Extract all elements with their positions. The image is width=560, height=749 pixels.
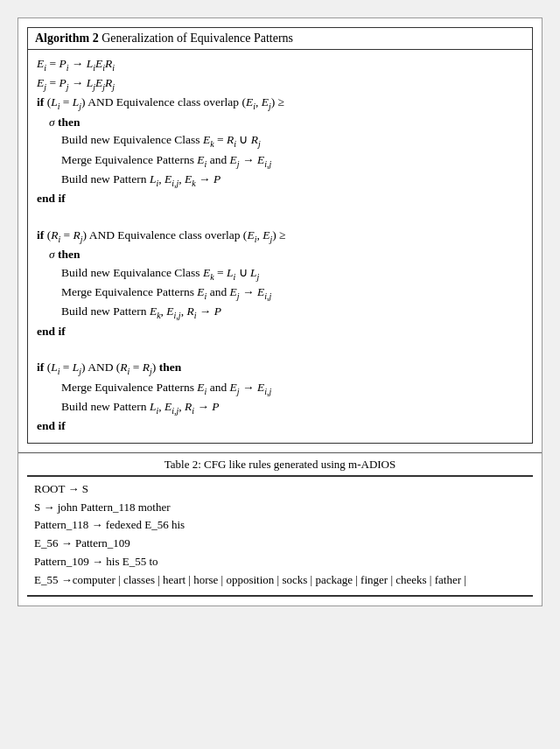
algorithm-box: Algorithm 2 Generalization of Equivalenc…: [27, 27, 533, 444]
alg-line-6: Merge Equivalence Patterns Ei and Ej → E…: [37, 151, 523, 171]
alg-line-14: end if: [37, 323, 523, 341]
cfg-body: ROOT → S S → john Pattern_118 mother Pat…: [27, 477, 533, 595]
cfg-row-1: ROOT → S: [34, 480, 526, 499]
alg-line-11: Build new Equivalance Class Ek = Li ∪ Lj: [37, 264, 523, 284]
alg-line-9: if (Ri = Rj) AND Equivalence class overl…: [37, 227, 523, 246]
alg-line-sep1: [37, 208, 523, 227]
algorithm-body: Ei = Pi → LiEiRi Ej = Pj → LjEjRj if (Li…: [28, 50, 532, 443]
cfg-row-4: E_56 → Pattern_109: [34, 535, 526, 553]
algorithm-header: Algorithm 2 Generalization of Equivalenc…: [28, 28, 532, 50]
algorithm-label: Algorithm 2: [35, 32, 99, 45]
cfg-row-6: E_55 →computer | classes | heart | horse…: [34, 571, 526, 590]
alg-line-18: end if: [37, 417, 523, 436]
alg-line-10: σ then: [37, 246, 523, 264]
alg-line-15: if (Li = Lj) AND (Ri = Rj) then: [37, 359, 523, 378]
alg-line-sep2: [37, 340, 523, 359]
alg-line-7: Build new Pattern Li, Ei,j, Ek → P: [37, 171, 523, 190]
alg-line-16: Merge Equivalence Patterns Ei and Ej → E…: [37, 379, 523, 398]
alg-line-5: Build new Equivalence Class Ek = Ri ∪ Rj: [37, 131, 523, 150]
alg-line-2: Ej = Pj → LjEjRj: [37, 74, 523, 94]
alg-line-1: Ei = Pi → LiEiRi: [37, 55, 523, 74]
alg-line-17: Build new Pattern Li, Ei,j, Ri → P: [37, 398, 523, 417]
table2-caption-text: Table 2: CFG like rules generated using …: [164, 458, 396, 471]
table2-caption: Table 2: CFG like rules generated using …: [18, 452, 542, 475]
alg-line-12: Merge Equivalence Patterns Ei and Ej → E…: [37, 284, 523, 303]
cfg-row-2: S → john Pattern_118 mother: [34, 499, 526, 517]
paper-container: Algorithm 2 Generalization of Equivalenc…: [18, 18, 542, 606]
cfg-table-container: ROOT → S S → john Pattern_118 mother Pat…: [27, 475, 533, 597]
algorithm-title: Generalization of Equivalence Patterns: [102, 32, 293, 45]
cfg-row-3: Pattern_118 → fedexed E_56 his: [34, 516, 526, 535]
alg-line-8: end if: [37, 190, 523, 208]
alg-line-13: Build new Pattern Ek, Ei,j, Ri → P: [37, 303, 523, 322]
alg-line-4: σ then: [37, 114, 523, 132]
alg-line-3: if (Li = Lj) AND Equivalence class overl…: [37, 94, 523, 113]
cfg-row-5: Pattern_109 → his E_55 to: [34, 553, 526, 571]
